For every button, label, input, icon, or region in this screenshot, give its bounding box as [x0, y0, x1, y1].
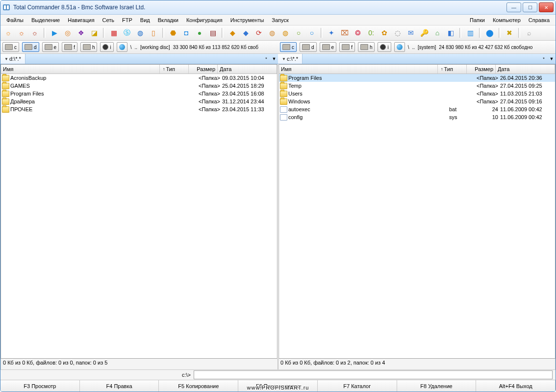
file-row[interactable]: Program Files<Папка>26.04.2015 20:36: [279, 74, 555, 82]
file-row[interactable]: Windows<Папка>27.04.2015 09:16: [279, 98, 555, 105]
drive-e[interactable]: e: [42, 42, 59, 52]
tool-diamond[interactable]: ❖: [75, 27, 87, 39]
tool-disc[interactable]: ◍: [266, 27, 278, 39]
tool-ring1[interactable]: ○: [293, 27, 304, 39]
drive-c[interactable]: c: [280, 42, 297, 52]
tool-shield2[interactable]: ◆: [240, 27, 252, 39]
fkey-F3[interactable]: F3 Просмотр: [0, 380, 80, 392]
tool-wand[interactable]: ✦: [326, 27, 337, 39]
tool-key[interactable]: 🔑: [418, 27, 430, 39]
drive-h[interactable]: h: [358, 42, 375, 52]
tool-3[interactable]: ☼: [29, 27, 41, 39]
command-input[interactable]: [194, 370, 553, 379]
menu-Конфигурация[interactable]: Конфигурация: [182, 16, 227, 24]
tool-hex[interactable]: ⬣: [167, 27, 179, 39]
menu-Сеть[interactable]: Сеть: [99, 16, 118, 24]
fkey-F5[interactable]: F5 Копирование: [159, 380, 238, 392]
file-row[interactable]: autoexecbat2411.06.2009 00:42: [279, 105, 555, 113]
tool-stamp[interactable]: ⌧: [339, 27, 351, 39]
col-date[interactable]: Дата: [218, 65, 277, 74]
drive-h[interactable]: h: [80, 42, 98, 52]
drive-c[interactable]: c: [2, 42, 19, 52]
tool-1[interactable]: ☼: [2, 27, 14, 39]
tool-ball[interactable]: ⬤: [484, 27, 496, 39]
drive-up[interactable]: ..: [412, 45, 415, 50]
file-row[interactable]: GAMES<Папка>25.04.2015 18:29: [1, 82, 277, 90]
drive-up[interactable]: ..: [134, 45, 137, 50]
file-list-left[interactable]: AcronisBackup<Папка>09.03.2015 10:04GAME…: [1, 74, 277, 358]
tool-clock[interactable]: 0:: [365, 27, 377, 39]
fkey-F7[interactable]: F7 Каталог: [318, 380, 397, 392]
minimize-button[interactable]: —: [506, 2, 521, 12]
file-row[interactable]: Драйвера<Папка>31.12.2014 23:44: [1, 98, 277, 105]
file-row[interactable]: Users<Папка>11.03.2015 21:03: [279, 90, 555, 98]
col-name[interactable]: Имя: [279, 65, 438, 74]
col-size[interactable]: Размер: [467, 65, 496, 74]
file-row[interactable]: configsys1011.06.2009 00:42: [279, 113, 555, 121]
tool-flower[interactable]: ✿: [379, 27, 390, 39]
tool-empty[interactable]: ◌: [392, 27, 404, 39]
drive-web[interactable]: [394, 42, 405, 52]
tool-bug[interactable]: ❂: [352, 27, 364, 39]
drive-i[interactable]: i: [378, 42, 391, 52]
col-ext[interactable]: ↑Тип: [438, 65, 467, 74]
tool-play[interactable]: ▶: [49, 27, 60, 39]
file-list-right[interactable]: Program Files<Папка>26.04.2015 20:36Temp…: [279, 74, 555, 358]
tool-cols[interactable]: ▥: [464, 27, 476, 39]
fkey-F8[interactable]: F8 Удаление: [397, 380, 477, 392]
drive-f[interactable]: f: [339, 42, 355, 52]
tab-ctl-down-right[interactable]: ▼: [548, 54, 556, 64]
drive-root[interactable]: \: [408, 45, 409, 50]
tool-disc2[interactable]: ◍: [279, 27, 291, 39]
tool-target[interactable]: ◎: [62, 27, 74, 39]
tool-mail[interactable]: ✉: [405, 27, 417, 39]
tool-ring2[interactable]: ○: [306, 27, 318, 39]
drive-web[interactable]: [117, 42, 127, 52]
tool-panel[interactable]: ◧: [445, 27, 456, 39]
menu-FTP[interactable]: FTP: [118, 16, 136, 24]
tool-tv[interactable]: ◘: [180, 27, 192, 39]
tool-pdf[interactable]: ◪: [88, 27, 100, 39]
drive-d[interactable]: d: [22, 42, 39, 52]
menu-Компьютер[interactable]: Компьютер: [489, 16, 525, 24]
menu-Папки[interactable]: Папки: [466, 16, 489, 24]
menu-Файлы[interactable]: Файлы: [2, 16, 27, 24]
tool-home[interactable]: ⌂: [431, 27, 443, 39]
file-row[interactable]: Program Files<Папка>23.04.2015 16:08: [1, 90, 277, 98]
fkey-F4[interactable]: F4 Правка: [80, 380, 159, 392]
tab-right[interactable]: ▼c:\*.*: [278, 54, 303, 64]
tool-doc[interactable]: ▯: [148, 27, 159, 39]
drive-d[interactable]: d: [300, 42, 317, 52]
tool-shield1[interactable]: ◆: [227, 27, 238, 39]
tab-ctl-star-right[interactable]: *: [540, 54, 548, 64]
tool-refresh[interactable]: ⟳: [253, 27, 265, 39]
menu-Выделение[interactable]: Выделение: [27, 16, 64, 24]
drive-f[interactable]: f: [62, 42, 77, 52]
tab-ctl-down-left[interactable]: ▼: [270, 54, 278, 64]
tab-ctl-star-left[interactable]: *: [262, 54, 270, 64]
tool-2[interactable]: ☼: [16, 27, 27, 39]
drive-i[interactable]: i: [100, 42, 113, 52]
file-row[interactable]: AcronisBackup<Папка>09.03.2015 10:04: [1, 74, 277, 82]
tool-fz[interactable]: ▤: [207, 27, 219, 39]
tab-left[interactable]: ▼d:\*.*: [0, 54, 25, 64]
col-size[interactable]: Размер: [189, 65, 218, 74]
menu-Запуск[interactable]: Запуск: [268, 16, 292, 24]
file-row[interactable]: Temp<Папка>27.04.2015 09:25: [279, 82, 555, 90]
file-row[interactable]: ПРОЧЕЕ<Папка>23.04.2015 11:33: [1, 105, 277, 113]
menu-Инструменты[interactable]: Инструменты: [227, 16, 268, 24]
menu-Вид[interactable]: Вид: [136, 16, 154, 24]
close-button[interactable]: ✕: [539, 2, 554, 12]
tool-globe[interactable]: ◍: [134, 27, 146, 39]
tool-grid[interactable]: ▦: [108, 27, 120, 39]
menu-Навигация[interactable]: Навигация: [64, 16, 98, 24]
menu-Вкладки[interactable]: Вкладки: [154, 16, 182, 24]
tool-search[interactable]: ⌕: [523, 27, 535, 39]
col-name[interactable]: Имя: [1, 65, 160, 74]
maximize-button[interactable]: ☐: [523, 2, 537, 12]
tool-ut[interactable]: ●: [194, 27, 205, 39]
col-ext[interactable]: ↑Тип: [160, 65, 189, 74]
menu-Справка[interactable]: Справка: [525, 16, 554, 24]
col-date[interactable]: Дата: [496, 65, 555, 74]
fkey-Alt+F4[interactable]: Alt+F4 Выход: [476, 380, 556, 392]
